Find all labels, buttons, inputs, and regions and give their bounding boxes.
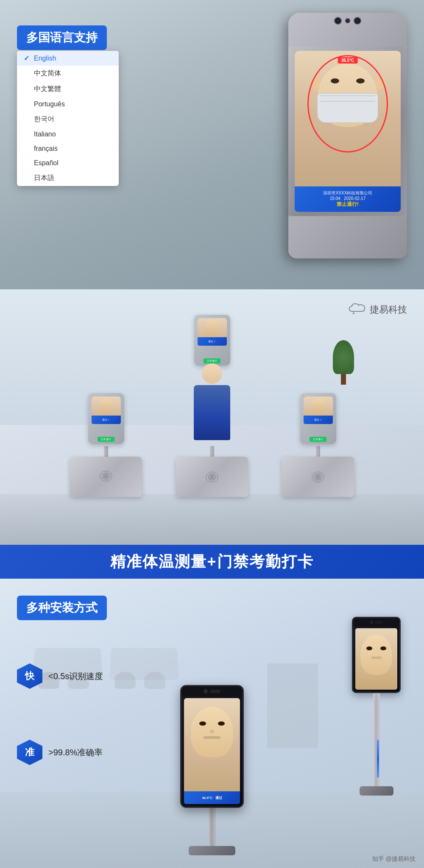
svg-point-7: [206, 472, 218, 482]
gate-pole-2: [210, 446, 214, 457]
company-name-text: 捷易科技: [370, 303, 407, 316]
section2-banner: 精准体温测量+门禁考勤打卡: [0, 545, 424, 579]
lang-chinese-simplified-label: 中文简体: [34, 69, 61, 78]
gate-unit-2-with-person: 通过 ✓ 正常通行: [176, 315, 248, 497]
installation-title-text: 多种安装方式: [26, 601, 98, 614]
feature-fast: 快 <0.5s识别速度: [17, 663, 103, 689]
gate-unit-1: 通过 ✓ 正常通行: [70, 393, 142, 497]
svg-point-6: [209, 474, 215, 480]
checkmark-icon: ✓: [24, 54, 31, 62]
device-screen: 36.5°C 深圳市XXXX科技有限公司 15:04 2020-02-17 禁止…: [295, 51, 401, 212]
language-dropdown[interactable]: ✓ English 中文简体 中文繁體 Português 한국어 Italia…: [17, 51, 119, 186]
lang-italian-label: Italiano: [34, 130, 56, 138]
lang-portuguese-label: Português: [34, 100, 65, 108]
lang-spanish-label: Español: [34, 159, 59, 167]
center-kiosk: 36.5°C 通过: [180, 685, 244, 855]
section3-installation: 多种安装方式 快 <0.5s识别速度 准 >99.8%准确率: [0, 579, 424, 868]
lang-item-japanese[interactable]: 日本語: [17, 170, 119, 186]
time-text: 15:04 2020-02-17: [330, 196, 366, 201]
face-recognition-device: 36.5°C 深圳市XXXX科技有限公司 15:04 2020-02-17 禁止…: [263, 13, 407, 275]
language-title-text: 多国语言支持: [26, 31, 98, 44]
alert-text: 禁止通行!: [337, 201, 359, 208]
right-device-base: [360, 786, 393, 796]
right-standalone-device: [352, 617, 401, 796]
gate-device-2: 通过 ✓ 正常通行: [194, 315, 230, 366]
camera-lens-2: [354, 17, 361, 25]
lang-item-chinese-simplified[interactable]: 中文简体: [17, 66, 119, 81]
right-tall-pole: [373, 693, 380, 786]
lang-korean-label: 한국어: [34, 115, 54, 124]
section2-gate: 捷易科技 通过 ✓ 正常通行: [0, 289, 424, 579]
right-screen-face: [355, 628, 397, 690]
gate-barrier-3: [282, 457, 354, 497]
right-device-screen: [352, 617, 401, 693]
lang-item-english[interactable]: ✓ English: [17, 51, 119, 66]
bg-cabinet: [267, 663, 318, 748]
gate-device-1: 通过 ✓ 正常通行: [88, 393, 124, 444]
hexagon-accurate-icon: 准: [17, 740, 42, 765]
lang-english-label: English: [34, 55, 56, 62]
device-bottom: [288, 216, 407, 258]
bg-chair-4: [144, 672, 165, 689]
accurate-label: >99.8%准确率: [48, 747, 103, 758]
company-info-text: 深圳市XXXX科技有限公司: [323, 190, 373, 196]
accurate-icon-text: 准: [25, 746, 34, 759]
camera-lens-1: [334, 17, 342, 25]
device-body: 36.5°C 深圳市XXXX科技有限公司 15:04 2020-02-17 禁止…: [288, 13, 407, 258]
center-tablet-body: 36.5°C 通过: [180, 685, 244, 808]
gate-barrier-2: [176, 457, 248, 497]
gate-device-3: 通过 ✓ 正常通行: [300, 393, 336, 444]
center-screen: 36.5°C 通过: [184, 698, 240, 804]
screen-bottom-info: 深圳市XXXX科技有限公司 15:04 2020-02-17 禁止通行!: [295, 186, 401, 212]
gate-barrier-1: [70, 457, 142, 497]
svg-point-4: [100, 471, 112, 481]
watermark: 知乎 @捷易科技: [372, 855, 416, 863]
lang-item-chinese-traditional[interactable]: 中文繁體: [17, 81, 119, 97]
center-pole: [208, 808, 216, 846]
svg-point-5: [211, 476, 213, 478]
bg-chair-3: [114, 672, 136, 689]
lang-item-italian[interactable]: Italiano: [17, 127, 119, 141]
lang-japanese-label: 日本語: [34, 174, 54, 183]
svg-point-10: [312, 472, 324, 482]
ir-sensor: [345, 18, 350, 23]
gate-pole-1: [104, 446, 108, 457]
section1-language: 多国语言支持 ✓ English 中文简体 中文繁體 Português 한국어…: [0, 0, 424, 289]
feature-accurate: 准 >99.8%准确率: [17, 740, 103, 765]
device-top-bar: [288, 13, 407, 47]
installation-title-badge: 多种安装方式: [17, 596, 107, 620]
section2-banner-text: 精准体温测量+门禁考勤打卡: [110, 552, 313, 572]
lang-item-french[interactable]: français: [17, 141, 119, 156]
language-title-badge: 多国语言支持: [17, 25, 107, 50]
svg-point-8: [317, 476, 319, 478]
svg-point-3: [103, 473, 109, 479]
svg-point-2: [105, 475, 107, 477]
watermark-text: 知乎 @捷易科技: [372, 855, 416, 862]
gate-unit-3: 通过 ✓ 正常通行: [282, 393, 354, 497]
lang-chinese-traditional-label: 中文繁體: [34, 85, 61, 94]
walking-person: [194, 363, 230, 440]
gates-row: 通过 ✓ 正常通行: [0, 315, 424, 539]
fast-label: <0.5s识别速度: [48, 671, 103, 682]
svg-point-9: [315, 474, 321, 480]
blue-accent-light: [377, 740, 379, 778]
fast-icon-text: 快: [25, 670, 34, 682]
device-camera-area: [334, 17, 361, 25]
lang-item-portuguese[interactable]: Português: [17, 97, 119, 111]
lang-item-korean[interactable]: 한국어: [17, 111, 119, 127]
lang-item-spanish[interactable]: Español: [17, 156, 119, 170]
center-base: [189, 846, 235, 855]
hexagon-fast-icon: 快: [17, 663, 42, 689]
lang-french-label: français: [34, 145, 58, 153]
gate-pole-3: [316, 446, 320, 457]
